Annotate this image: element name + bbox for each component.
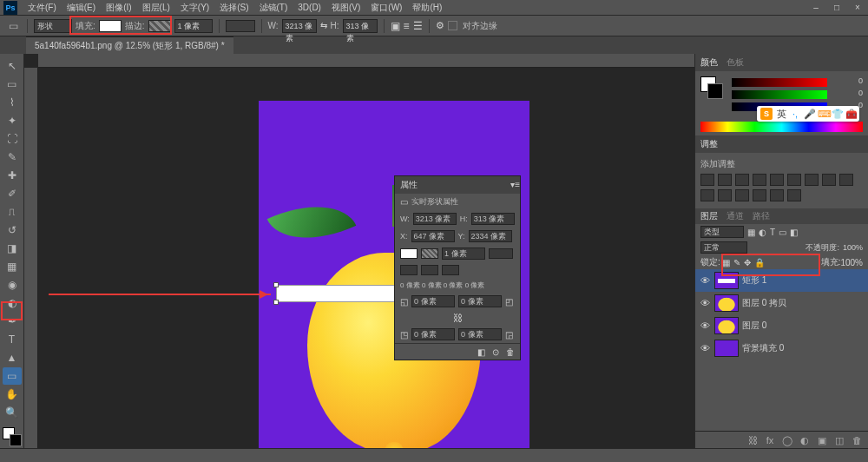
tab-layers[interactable]: 图层 bbox=[700, 210, 718, 222]
lasso-tool[interactable]: ⌇ bbox=[3, 94, 22, 111]
align-icon[interactable]: ≡ bbox=[404, 20, 410, 32]
fill-swatch[interactable] bbox=[99, 20, 122, 32]
color-bg-swatch[interactable] bbox=[707, 83, 723, 99]
lock-pos-icon[interactable]: ✥ bbox=[744, 258, 751, 267]
history-brush-tool[interactable]: ↺ bbox=[3, 221, 22, 239]
prop-stroke-join[interactable] bbox=[442, 265, 459, 275]
menu-edit[interactable]: 编辑(E) bbox=[62, 0, 101, 16]
layer-row-rect1[interactable]: 👁 矩形 1 bbox=[695, 269, 868, 292]
visibility-toggle[interactable]: 👁 bbox=[699, 275, 711, 286]
maximize-button[interactable]: □ bbox=[826, 0, 847, 16]
prop-stroke-swatch[interactable] bbox=[421, 248, 438, 259]
layer-row-copy[interactable]: 👁 图层 0 拷贝 bbox=[695, 292, 868, 314]
prop-x-input[interactable]: 647 像素 bbox=[411, 230, 455, 242]
minimize-button[interactable]: – bbox=[806, 0, 826, 16]
canvas-area[interactable]: 属性 ▾≡ ▭实时形状属性 W: 3213 像素 H: 313 像素 X: 64… bbox=[24, 54, 694, 448]
panel-menu-icon[interactable]: ▾≡ bbox=[510, 176, 520, 194]
wand-tool[interactable]: ✦ bbox=[3, 112, 22, 129]
transform-handle-sw[interactable] bbox=[273, 300, 279, 305]
menu-filter[interactable]: 滤镜(T) bbox=[254, 0, 293, 16]
prop-foot-icon-1[interactable]: ◧ bbox=[477, 347, 485, 357]
crop-tool[interactable]: ⛶ bbox=[3, 130, 22, 148]
color-panel-swatches[interactable] bbox=[700, 76, 723, 99]
prop-y-input[interactable]: 2334 像素 bbox=[469, 230, 512, 242]
adj-invert-icon[interactable] bbox=[718, 189, 732, 201]
ruler-vertical[interactable] bbox=[24, 68, 38, 448]
stroke-swatch[interactable] bbox=[148, 20, 171, 32]
height-input[interactable]: 313 像素 bbox=[343, 19, 378, 33]
adj-levels-icon[interactable] bbox=[718, 174, 732, 186]
visibility-toggle[interactable]: 👁 bbox=[699, 343, 711, 353]
tab-swatches[interactable]: 色板 bbox=[727, 56, 744, 69]
ime-mic-icon[interactable]: 🎤 bbox=[804, 109, 814, 119]
move-tool[interactable]: ↖ bbox=[3, 57, 22, 75]
link-layers-icon[interactable]: ⛓ bbox=[746, 434, 759, 446]
close-button[interactable]: × bbox=[847, 0, 868, 16]
prop-stroke-style[interactable] bbox=[489, 248, 513, 259]
corner-br-input[interactable]: 0 像素 bbox=[458, 328, 502, 340]
layer-thumbnail[interactable] bbox=[714, 317, 739, 334]
color-swatches[interactable] bbox=[3, 427, 22, 446]
new-group-icon[interactable]: ▣ bbox=[816, 434, 828, 446]
adj-posterize-icon[interactable] bbox=[735, 189, 749, 201]
menu-type[interactable]: 文字(Y) bbox=[175, 0, 214, 16]
layer-row-layer0[interactable]: 👁 图层 0 bbox=[695, 314, 868, 337]
ime-badge[interactable]: S bbox=[760, 108, 773, 120]
filter-smart-icon[interactable]: ◧ bbox=[790, 228, 798, 237]
prop-stroke-align[interactable] bbox=[400, 265, 418, 275]
prop-h-input[interactable]: 313 像素 bbox=[471, 213, 515, 225]
current-tool-icon[interactable]: ▭ bbox=[5, 17, 21, 35]
background-swatch[interactable] bbox=[10, 434, 22, 446]
blend-mode-dropdown[interactable]: 正常 bbox=[700, 241, 747, 254]
prop-fill-swatch[interactable] bbox=[400, 248, 418, 259]
adj-photo-filter-icon[interactable] bbox=[822, 174, 836, 186]
properties-header[interactable]: 属性 ▾≡ bbox=[395, 176, 520, 194]
hand-tool[interactable]: ✋ bbox=[3, 386, 22, 403]
marquee-tool[interactable]: ▭ bbox=[3, 76, 22, 93]
align-edges-checkbox[interactable] bbox=[448, 21, 457, 30]
layer-thumbnail[interactable] bbox=[714, 340, 739, 357]
document-tab[interactable]: 5a140fa5964b1.png @ 12.5% (矩形 1, RGB/8#)… bbox=[26, 36, 233, 54]
ime-skin-icon[interactable]: 👕 bbox=[832, 109, 842, 119]
layer-row-bgfill[interactable]: 👁 背景填充 0 bbox=[695, 337, 868, 360]
hue-spectrum[interactable] bbox=[700, 122, 863, 132]
ruler-horizontal[interactable] bbox=[38, 54, 694, 68]
g-value[interactable]: 0 bbox=[849, 89, 863, 97]
eyedropper-tool[interactable]: ✎ bbox=[3, 148, 22, 166]
new-layer-icon[interactable]: ◫ bbox=[833, 434, 845, 446]
stroke-style-dropdown[interactable] bbox=[226, 20, 255, 32]
adj-bw-icon[interactable] bbox=[805, 174, 819, 186]
menu-view[interactable]: 视图(V) bbox=[326, 0, 365, 16]
rectangle-tool[interactable]: ▭ bbox=[3, 367, 22, 385]
adj-curves-icon[interactable] bbox=[735, 174, 749, 186]
stamp-tool[interactable]: ⎍ bbox=[3, 203, 22, 221]
r-value[interactable]: 0 bbox=[849, 76, 863, 85]
fill-opacity-value[interactable]: 100% bbox=[840, 258, 863, 267]
corner-bl-input[interactable]: 0 像素 bbox=[411, 328, 455, 340]
filter-type-icon[interactable]: T bbox=[770, 228, 775, 237]
filter-adjust-icon[interactable]: ◐ bbox=[759, 228, 766, 237]
visibility-toggle[interactable]: 👁 bbox=[699, 298, 711, 308]
corner-tl-input[interactable]: 0 像素 bbox=[411, 295, 455, 307]
filter-shape-icon[interactable]: ▭ bbox=[779, 228, 786, 237]
tab-channels[interactable]: 通道 bbox=[727, 210, 744, 222]
tab-color[interactable]: 颜色 bbox=[700, 56, 718, 69]
type-tool[interactable]: T bbox=[3, 331, 22, 348]
stroke-width-dropdown[interactable]: 1 像素 bbox=[174, 19, 213, 33]
lock-trans-icon[interactable]: ▦ bbox=[722, 258, 730, 267]
adj-threshold-icon[interactable] bbox=[753, 189, 766, 201]
delete-layer-icon[interactable]: 🗑 bbox=[851, 434, 863, 446]
adj-vibrance-icon[interactable] bbox=[770, 174, 784, 186]
gear-icon[interactable]: ⚙ bbox=[436, 20, 444, 31]
properties-panel[interactable]: 属性 ▾≡ ▭实时形状属性 W: 3213 像素 H: 313 像素 X: 64… bbox=[394, 175, 521, 360]
r-slider[interactable] bbox=[732, 78, 827, 87]
prop-stroke-width[interactable]: 1 像素 bbox=[442, 248, 485, 260]
tab-adjustments[interactable]: 调整 bbox=[700, 138, 718, 150]
prop-w-input[interactable]: 3213 像素 bbox=[413, 213, 457, 225]
adj-hue-icon[interactable] bbox=[787, 174, 801, 186]
ime-keyboard-icon[interactable]: ⌨ bbox=[818, 109, 828, 119]
brush-tool[interactable]: ✐ bbox=[3, 185, 22, 202]
path-ops-icon[interactable]: ▣ bbox=[391, 20, 400, 32]
menu-layer[interactable]: 图层(L) bbox=[137, 0, 175, 16]
layer-fx-icon[interactable]: fx bbox=[764, 434, 776, 446]
